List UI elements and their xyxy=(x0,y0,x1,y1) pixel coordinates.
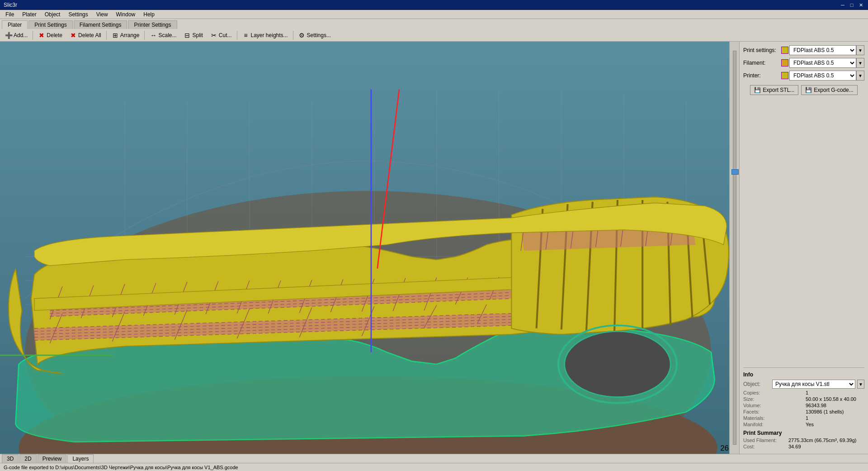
tab-print-settings[interactable]: Print Settings xyxy=(28,20,72,29)
slider-track[interactable] xyxy=(733,51,736,445)
tab-filament-settings[interactable]: Filament Settings xyxy=(74,20,127,29)
status-text: G-code file exported to D:\vipus\Documen… xyxy=(4,465,238,470)
tab-preview[interactable]: Preview xyxy=(38,454,67,463)
size-label: Size: xyxy=(743,396,802,402)
model-svg: 26.26 xyxy=(0,42,739,454)
used-filament-value: 2775.33cm (66.75cm³, 69.39g) xyxy=(788,438,856,443)
object-dropdown-btn[interactable]: ▼ xyxy=(857,380,864,389)
print-settings-dropdown-btn[interactable]: ▼ xyxy=(856,45,864,55)
print-settings-row: Print settings: FDPlast ABS 0.5 ▼ xyxy=(743,45,864,55)
object-select[interactable]: Ручка для косы V1.stl xyxy=(772,380,855,389)
menu-object[interactable]: Object xyxy=(41,11,64,18)
delete-button[interactable]: ✖ Delete xyxy=(35,30,66,40)
arrange-button[interactable]: ⊞ Arrange xyxy=(108,30,143,40)
settings-icon: ⚙ xyxy=(298,32,306,39)
tab-layers[interactable]: Layers xyxy=(67,454,94,463)
sep3 xyxy=(144,31,145,40)
cut-button[interactable]: ✂ Cut... xyxy=(207,30,235,40)
export-buttons: 💾 Export STL... 💾 Export G-code... xyxy=(743,85,864,95)
layer-heights-icon: ≡ xyxy=(242,32,250,39)
layer-heights-button[interactable]: ≡ Layer heights... xyxy=(239,30,291,40)
tab-plater[interactable]: Plater xyxy=(2,20,28,29)
titlebar: Slic3r ─ □ ✕ xyxy=(0,0,868,10)
menu-window[interactable]: Window xyxy=(113,11,139,18)
object-row: Object: Ручка для косы V1.stl ▼ xyxy=(743,380,864,389)
filament-label: Filament: xyxy=(743,60,779,66)
print-settings-select[interactable]: FDPlast ABS 0.5 xyxy=(789,45,856,55)
cost-row: Cost: 34.69 xyxy=(743,444,864,449)
printer-dropdown-btn[interactable]: ▼ xyxy=(856,71,864,81)
sep2 xyxy=(106,31,107,40)
split-button[interactable]: ⊟ Split xyxy=(180,30,206,40)
export-gcode-button[interactable]: 💾 Export G-code... xyxy=(801,85,857,95)
cost-value: 34.69 xyxy=(788,444,801,449)
settings-button[interactable]: ⚙ Settings... xyxy=(295,30,334,40)
print-summary-title: Print Summary xyxy=(743,430,864,436)
printer-row: Printer: FDPlast ABS 0.5 ▼ xyxy=(743,71,864,81)
copies-label: Copies: xyxy=(743,390,802,395)
object-label: Object: xyxy=(743,381,770,387)
close-button[interactable]: ✕ xyxy=(857,1,864,9)
facets-value: 130986 (1 shells) xyxy=(806,409,864,414)
menu-settings[interactable]: Settings xyxy=(65,11,91,18)
cut-icon: ✂ xyxy=(210,32,217,39)
tab-2d[interactable]: 2D xyxy=(19,454,36,463)
export-gcode-icon: 💾 xyxy=(805,87,812,93)
used-filament-row: Used Filament: 2775.33cm (66.75cm³, 69.3… xyxy=(743,438,864,443)
used-filament-label: Used Filament: xyxy=(743,438,788,443)
size-value: 50.00 x 150.58 x 40.00 xyxy=(806,396,864,402)
viewport[interactable]: 26.26 xyxy=(0,42,739,454)
sep1 xyxy=(33,31,33,40)
tab-3d[interactable]: 3D xyxy=(2,454,19,463)
materials-value: 1 xyxy=(806,415,864,421)
minimize-button[interactable]: ─ xyxy=(839,1,846,9)
add-button[interactable]: ➕ Add... xyxy=(2,30,31,40)
bottom-tabs: 3D 2D Preview Layers xyxy=(0,454,868,463)
scene: 26.26 xyxy=(0,42,739,454)
volume-label: Volume: xyxy=(743,403,802,408)
arrange-icon: ⊞ xyxy=(112,32,119,39)
filament-color-icon xyxy=(781,59,788,67)
manifold-label: Manifold: xyxy=(743,422,802,427)
layer-slider[interactable] xyxy=(729,42,739,454)
filament-select[interactable]: FDPlast ABS 0.5 xyxy=(789,58,856,68)
sep4 xyxy=(237,31,237,40)
filament-row: Filament: FDPlast ABS 0.5 ▼ xyxy=(743,58,864,68)
print-settings-label: Print settings: xyxy=(743,47,779,53)
menu-plater[interactable]: Plater xyxy=(19,11,40,18)
toolbar-tabs: Plater Print Settings Filament Settings … xyxy=(0,19,868,29)
delete-all-button[interactable]: ✖ Delete All xyxy=(66,30,104,40)
menu-help[interactable]: Help xyxy=(140,11,158,18)
menu-view[interactable]: View xyxy=(93,11,112,18)
slider-thumb[interactable] xyxy=(731,169,739,175)
titlebar-controls: ─ □ ✕ xyxy=(839,1,864,9)
scale-icon: ↔ xyxy=(150,32,157,39)
export-stl-button[interactable]: 💾 Export STL... xyxy=(750,85,798,95)
info-title: Info xyxy=(743,371,864,378)
main-content: 26.26 Print settings: FDPlast ABS 0.5 ▼ xyxy=(0,42,868,454)
cost-label: Cost: xyxy=(743,444,788,449)
info-grid: Copies: 1 Size: 50.00 x 150.58 x 40.00 V… xyxy=(743,390,864,427)
print-settings-color-icon xyxy=(781,47,788,54)
info-panel: Info Object: Ручка для косы V1.stl ▼ Cop… xyxy=(743,367,864,450)
export-stl-icon: 💾 xyxy=(754,87,761,93)
filament-dropdown-btn[interactable]: ▼ xyxy=(856,58,864,68)
window-title: Slic3r xyxy=(4,2,17,8)
toolbar: ➕ Add... ✖ Delete ✖ Delete All ⊞ Arrange… xyxy=(0,29,868,42)
tab-printer-settings[interactable]: Printer Settings xyxy=(128,20,177,29)
right-panel: Print settings: FDPlast ABS 0.5 ▼ Filame… xyxy=(739,42,868,454)
sep5 xyxy=(293,31,293,40)
menubar: File Plater Object Settings View Window … xyxy=(0,10,868,19)
scale-button[interactable]: ↔ Scale... xyxy=(146,30,179,40)
maximize-button[interactable]: □ xyxy=(848,1,855,9)
manifold-value: Yes xyxy=(806,422,864,427)
split-icon: ⊟ xyxy=(184,32,191,39)
menu-file[interactable]: File xyxy=(2,11,18,18)
volume-value: 96343.98 xyxy=(806,403,864,408)
facets-label: Facets: xyxy=(743,409,802,414)
delete-all-icon: ✖ xyxy=(70,32,77,39)
materials-label: Materials: xyxy=(743,415,802,421)
printer-select[interactable]: FDPlast ABS 0.5 xyxy=(789,71,856,81)
svg-point-47 xyxy=(565,331,671,397)
printer-label: Printer: xyxy=(743,72,779,79)
